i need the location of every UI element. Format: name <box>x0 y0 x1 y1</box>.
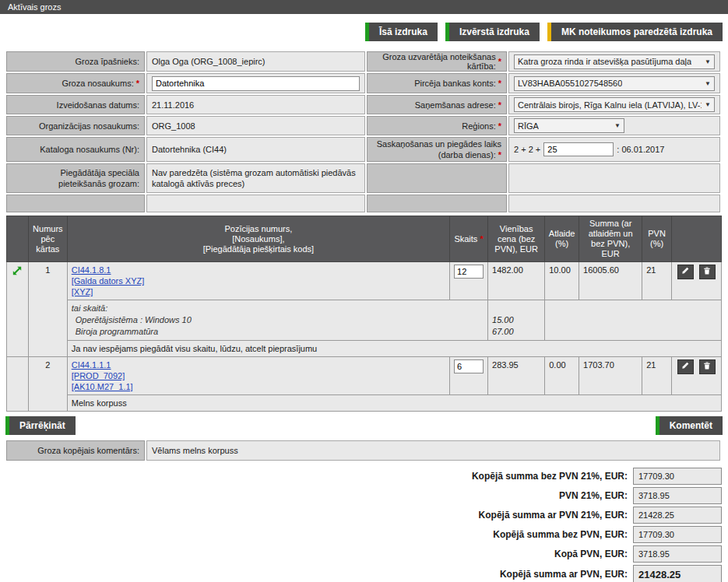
edit-row-button[interactable] <box>677 265 694 279</box>
basket-comment-label: Groza kopējais komentārs: <box>6 440 145 461</box>
row-actions-cell <box>671 262 721 300</box>
table-header-row: Numurs pēc kārtas Pozīcijas numurs, [Nos… <box>7 216 722 262</box>
organization-name-value: ORG_1008 <box>146 116 365 135</box>
total-row: PVN 21%, EUR: 3718.95 <box>0 487 722 504</box>
order-number-cell: 1 <box>28 262 67 357</box>
delivery-address-select[interactable]: Centrālais birojs, Rīga Kalnu iela (LATV… <box>514 97 715 112</box>
total-row: Kopējā summa bez PVN, EUR: 17709.30 <box>0 526 722 543</box>
total-label: Kopā PVN, EUR: <box>554 549 628 559</box>
row-actions-cell <box>671 357 721 395</box>
position-details-cell: tai skaitā: Operētājsistēma : Windows 10… <box>67 300 487 341</box>
delivery-address-field: Centrālais birojs, Rīga Kalnu iela (LATV… <box>508 95 720 114</box>
row-note-cell: Melns korpuss <box>67 395 721 412</box>
sum-cell: 16005.60 <box>579 262 642 300</box>
unit-price-cell: 283.95 <box>488 357 545 395</box>
region-field: RĪGA ▼ <box>508 116 720 135</box>
table-row-note: Ja nav iespējams piegādāt visu skaitu, l… <box>7 341 722 357</box>
region-select[interactable]: RĪGA ▼ <box>514 118 624 133</box>
extended-print-button[interactable]: Izvērstā izdruka <box>445 23 540 41</box>
supplier-code-link[interactable]: [XYZ] <box>72 286 445 297</box>
delivery-address-label: Saņemšanas adrese:* <box>367 95 507 114</box>
buyer-bank-account-select[interactable]: LV83HABA0551027548560 ▼ <box>514 76 715 91</box>
delivery-days-input[interactable] <box>543 142 614 156</box>
basket-owner-value: Olga Oga (ORG_1008_iepirc) <box>146 51 365 72</box>
empty-cell <box>545 300 722 341</box>
detail-item: Operētājsistēma : Windows 10 <box>72 314 484 326</box>
basket-name-label: Groza nosaukums:* <box>6 73 145 93</box>
winner-determination-select[interactable]: Katra groza rinda ir atsevišķa pasūtījum… <box>514 54 715 69</box>
supplier-code-link[interactable]: [AK10.M27_1.1] <box>72 381 445 392</box>
mid-actions-bar: Pārrēķināt Komentēt <box>5 416 723 435</box>
order-number-cell: 2 <box>28 357 67 412</box>
delivery-time-prefix: 2 + 2 + <box>514 145 540 154</box>
quantity-input[interactable] <box>454 265 484 279</box>
recalculate-button[interactable]: Pārrēķināt <box>5 416 76 435</box>
trash-icon <box>702 266 712 278</box>
short-print-button[interactable]: Īsā izdruka <box>365 23 438 41</box>
green-diagonal-arrow-icon <box>11 269 23 279</box>
product-name-link[interactable]: [Galda dators XYZ] <box>72 275 445 286</box>
delete-row-button[interactable] <box>699 265 716 279</box>
total-row: Kopējā summa bez PVN 21%, EUR: 17709.30 <box>0 468 722 485</box>
table-row: 1 CI44.1.8.1 [Galda dators XYZ] [XYZ] 14… <box>7 262 722 300</box>
sum-cell: 1703.70 <box>579 357 642 395</box>
region-label: Reģions:* <box>367 116 507 135</box>
detail-price: 67.00 <box>492 326 540 338</box>
catalog-name-value: Datortehnika (CI44) <box>146 137 365 162</box>
actions-header <box>671 216 721 262</box>
comment-button[interactable]: Komentēt <box>656 416 723 435</box>
empty-value-cell <box>508 163 720 193</box>
position-cell: CI44.1.8.1 [Galda dators XYZ] [XYZ] <box>67 262 449 300</box>
winner-determination-label: Groza uzvarētāja noteikšanas kārtība:* <box>367 51 507 72</box>
dropdown-arrow-icon: ▼ <box>614 122 621 129</box>
position-number-link[interactable]: CI44.1.1.1 <box>72 359 445 370</box>
total-label: PVN 21%, EUR: <box>559 490 628 501</box>
detail-prices-cell: 15.00 67.00 <box>488 300 545 341</box>
basket-items-table: Numurs pēc kārtas Pozīcijas numurs, [Nos… <box>6 216 722 412</box>
total-value: 3718.95 <box>633 487 722 504</box>
sum-header: Summa (ar atlaidēm un bez PVN), EUR <box>579 216 642 262</box>
basket-name-input[interactable] <box>152 76 360 91</box>
basket-owner-label: Groza īpašnieks: <box>6 51 145 72</box>
row-marker-cell <box>7 262 29 357</box>
discount-cell: 10.00 <box>545 262 579 300</box>
creation-date-label: Izveidošanas datums: <box>6 95 145 114</box>
detail-item: Biroja programmatūra <box>72 326 484 338</box>
winner-determination-field: Katra groza rinda ir atsevišķa pasūtījum… <box>508 51 720 72</box>
row-marker-cell <box>7 357 29 412</box>
pencil-icon <box>681 266 690 278</box>
page-title: Aktīvais grozs <box>0 0 728 14</box>
quantity-input[interactable] <box>454 359 484 373</box>
product-name-link[interactable]: [PROD_7092] <box>72 370 445 381</box>
buyer-bank-account-field: LV83HABA0551027548560 ▼ <box>508 73 720 93</box>
basket-comment-value: Vēlams melns korpuss <box>146 440 720 461</box>
basket-name-field <box>146 73 365 93</box>
delivery-time-label: Saskaņošanas un piegādes laiks (darba di… <box>367 137 507 162</box>
total-value: 21428.25 <box>633 507 722 524</box>
supplier-special-application-value: Nav paredzēta (sistēma grozam automātisk… <box>146 163 365 193</box>
top-actions-bar: Īsā izdruka Izvērstā izdruka MK noteikum… <box>5 23 723 41</box>
total-value: 17709.30 <box>633 526 722 543</box>
delivery-time-field: 2 + 2 + : 06.01.2017 <box>508 137 720 162</box>
total-label: Kopējā summa ar PVN, EUR: <box>500 569 628 580</box>
total-value: 17709.30 <box>633 468 722 485</box>
total-value: 21428.25 <box>633 565 722 582</box>
edit-row-button[interactable] <box>677 359 694 374</box>
vat-cell: 21 <box>642 357 672 395</box>
pencil-icon <box>681 361 690 373</box>
dropdown-arrow-icon: ▼ <box>705 101 711 108</box>
dropdown-arrow-icon: ▼ <box>705 58 711 65</box>
buyer-bank-account-label: Pircēja bankas konts:* <box>367 73 507 93</box>
quantity-header: Skaits* <box>450 216 488 262</box>
order-number-header: Numurs pēc kārtas <box>28 216 67 262</box>
supplier-special-application-label: Piegādātāja speciāla pieteikšanās grozam… <box>6 163 145 193</box>
row-note-cell: Ja nav iespējams piegādāt visu skaitu, l… <box>67 341 721 357</box>
creation-date-value: 21.11.2016 <box>146 95 365 114</box>
total-row: Kopējā summa ar PVN 21%, EUR: 21428.25 <box>0 507 722 524</box>
table-row-details: tai skaitā: Operētājsistēma : Windows 10… <box>7 300 722 341</box>
mk-regulation-print-button[interactable]: MK noteikumos paredzētā izdruka <box>547 23 723 41</box>
position-number-link[interactable]: CI44.1.8.1 <box>72 265 445 275</box>
delete-row-button[interactable] <box>699 359 716 374</box>
trash-icon <box>702 361 712 373</box>
position-cell: CI44.1.1.1 [PROD_7092] [AK10.M27_1.1] <box>67 357 449 395</box>
